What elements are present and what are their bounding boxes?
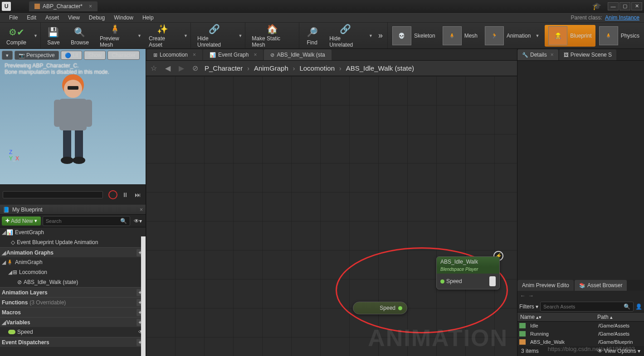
tab-locomotion[interactable]: ⊞ Locomotion× <box>147 49 202 60</box>
pose-output-pin[interactable] <box>489 276 496 286</box>
mode-skeleton[interactable]: 💀Skeleton <box>389 25 439 47</box>
tree-var-speed[interactable]: Speed👁 <box>0 327 146 337</box>
chevron-down-icon[interactable]: ▼ <box>533 34 541 38</box>
crumb-state[interactable]: ABS_Idle_Walk (state) <box>346 64 414 72</box>
tab-anim-preview[interactable]: Anim Preview Edito <box>517 280 574 291</box>
record-button[interactable] <box>108 190 117 199</box>
find-button[interactable]: 🔎Find <box>300 24 324 48</box>
maximize-button[interactable]: ▢ <box>620 2 630 10</box>
chevron-down-icon[interactable]: ▼ <box>367 34 375 38</box>
tree-event-update[interactable]: ◇ Event Blueprint Update Animation <box>0 237 146 247</box>
perspective-button[interactable]: 📷 Perspective <box>15 51 59 60</box>
forward-button[interactable]: → <box>528 293 534 299</box>
menu-debug[interactable]: Debug <box>84 14 109 21</box>
close-icon[interactable]: × <box>193 52 196 58</box>
crumb-locomotion[interactable]: Locomotion <box>299 64 335 72</box>
parent-class-link[interactable]: Anim Instance <box>605 14 639 21</box>
asset-row[interactable]: Idle/Game/Assets <box>517 322 644 330</box>
mode-mesh[interactable]: 🧍Mesh <box>439 25 481 47</box>
cancel-icon[interactable]: ⊘ <box>190 64 200 72</box>
hide-unrelated-button[interactable]: 🔗Hide Unrelated <box>192 24 236 48</box>
asset-row[interactable]: ABS_Idle_Walk/Game/Blueprin <box>517 338 644 346</box>
browse-icon: 🔍 <box>73 26 86 38</box>
forward-button[interactable]: ▶ <box>177 64 186 72</box>
hide-unrelated2-button[interactable]: 🔗Hide Unrelated <box>324 24 367 48</box>
col-path[interactable]: Path ▴ <box>595 313 615 321</box>
search-assets-input[interactable]: 🔍 <box>540 302 634 312</box>
tree-functions[interactable]: Functions (3 Overridable)+ <box>0 297 146 307</box>
tree-variables[interactable]: ◢Variables+ <box>0 317 146 327</box>
menu-view[interactable]: View <box>63 14 84 21</box>
tab-details[interactable]: 🔧 Details× <box>517 49 558 60</box>
tab-abs-idle-walk[interactable]: ⊘ ABS_Idle_Walk (sta <box>264 49 331 60</box>
filters-button[interactable]: Filters ▾ <box>519 303 538 310</box>
timeline-slider[interactable] <box>3 191 103 198</box>
node-blendspace-player[interactable]: ABS_Idle_Walk Blendspace Player Speed <box>436 256 500 289</box>
pause-button[interactable]: ⏸ <box>120 191 130 198</box>
output-pin[interactable] <box>398 306 402 310</box>
speed-input-pin[interactable]: Speed <box>440 278 462 284</box>
node-speed-variable[interactable]: Speed <box>353 302 407 314</box>
tree-event-graph[interactable]: ◢📊 EventGraph <box>0 227 146 237</box>
chevron-down-icon[interactable]: ▼ <box>136 34 143 38</box>
user-icon[interactable]: 👤 <box>635 303 642 310</box>
save-button[interactable]: 💾Save <box>42 24 65 48</box>
overflow-icon[interactable]: » <box>375 31 386 40</box>
tab-event-graph[interactable]: 📊 Event Graph× <box>203 49 263 60</box>
tab-asset-browser[interactable]: 📚 Asset Browser <box>575 280 627 291</box>
chevron-down-icon[interactable]: ▼ <box>32 34 39 38</box>
back-button[interactable]: ← <box>520 293 526 299</box>
tree-abs-state[interactable]: ⊘ ABS_Idle_Walk (state) <box>0 277 146 287</box>
tree-anim-layers[interactable]: Animation Layers+ <box>0 287 146 297</box>
close-icon[interactable]: × <box>254 52 257 58</box>
compile-button[interactable]: ⚙✔Compile <box>1 24 32 48</box>
browse-button[interactable]: 🔍Browse <box>65 24 94 48</box>
crumb-character[interactable]: P_Character <box>205 64 243 72</box>
menu-window[interactable]: Window <box>109 14 138 21</box>
chevron-down-icon[interactable]: ▼ <box>236 34 244 38</box>
close-icon[interactable]: × <box>89 3 92 10</box>
show-button[interactable]: Show <box>84 51 106 60</box>
asset-row[interactable]: Running/Game/Assets <box>517 330 644 338</box>
document-tab[interactable]: ABP_Character* × <box>29 1 98 11</box>
viewport-menu-button[interactable]: ▾ <box>2 51 13 60</box>
preview-viewport[interactable]: ▾ 📷 Perspective 🔵 Lit Show Character Pre… <box>0 49 146 185</box>
close-icon[interactable]: × <box>551 52 554 58</box>
search-field[interactable] <box>46 218 120 224</box>
col-name[interactable]: Name ▴▾ <box>517 313 595 321</box>
mode-animation[interactable]: 🏃Animation▼ <box>481 25 545 47</box>
character-button[interactable]: Character <box>107 51 140 60</box>
mode-physics[interactable]: 🧍Physics <box>595 25 643 47</box>
search-input[interactable]: 🔍 <box>43 216 130 226</box>
book-icon: 📘 <box>3 207 10 213</box>
tab-preview-scene[interactable]: 🖼 Preview Scene S <box>559 49 616 60</box>
tree-event-dispatchers[interactable]: Event Dispatchers+ <box>0 337 146 347</box>
lit-button[interactable]: 🔵 Lit <box>61 51 83 60</box>
tutorial-icon[interactable]: 🎓 <box>591 2 602 10</box>
crumb-animgraph[interactable]: AnimGraph <box>254 64 288 72</box>
eye-icon[interactable]: 👁▾ <box>132 218 144 224</box>
minimize-button[interactable]: — <box>608 2 619 10</box>
preview-mesh-button[interactable]: 🧍Preview Mesh <box>94 24 136 48</box>
chevron-down-icon[interactable]: ▼ <box>182 34 190 38</box>
menu-edit[interactable]: Edit <box>22 14 41 21</box>
back-button[interactable]: ◀ <box>163 64 172 72</box>
tree-locomotion[interactable]: ◢⊞ Locomotion <box>0 267 146 277</box>
menu-help[interactable]: Help <box>138 14 158 21</box>
tree-macros[interactable]: Macros+ <box>0 307 146 317</box>
create-asset-button[interactable]: ✨Create Asset <box>143 24 182 48</box>
scrollbar[interactable] <box>141 236 146 356</box>
tree-anim-graphs[interactable]: ◢Animation Graphs+ <box>0 247 146 257</box>
make-static-mesh-button[interactable]: 🏠Make Static Mesh <box>246 24 298 48</box>
add-new-button[interactable]: ✚ Add New ▾ <box>2 216 41 226</box>
star-icon[interactable]: ☆ <box>149 64 159 72</box>
close-window-button[interactable]: ✕ <box>631 2 642 10</box>
mode-blueprint[interactable]: 👷Blueprint <box>545 25 595 47</box>
step-button[interactable]: ⏭ <box>133 191 143 198</box>
close-icon[interactable]: × <box>140 207 143 213</box>
tree-anim-graph[interactable]: ◢🧍 AnimGraph <box>0 257 146 267</box>
menu-asset[interactable]: Asset <box>41 14 63 21</box>
menu-file[interactable]: File <box>5 14 22 21</box>
graph-canvas[interactable]: ⚡ Speed ABS_Idle_Walk Blendspace Player … <box>146 76 517 356</box>
search-assets-field[interactable] <box>543 304 624 309</box>
